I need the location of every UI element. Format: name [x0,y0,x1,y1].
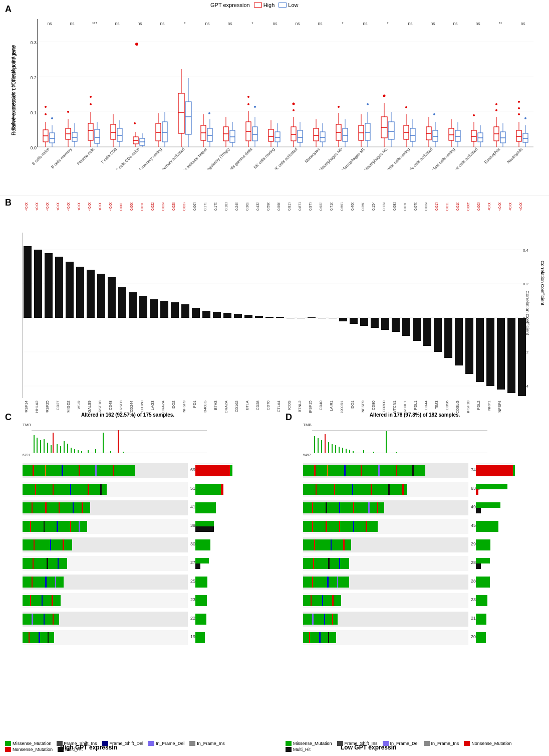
svg-rect-482 [73,502,74,513]
svg-rect-604 [312,521,313,532]
svg-text:121: 121 [230,461,235,462]
svg-text:0.024: 0.024 [161,203,165,211]
svg-rect-597 [312,502,313,513]
svg-rect-146 [320,132,325,142]
svg-rect-620 [337,577,338,588]
svg-text:LAG3: LAG3 [150,401,155,410]
svg-rect-419 [51,445,52,453]
svg-text:Macrophages M0: Macrophages M0 [318,147,343,169]
svg-rect-100 [207,128,212,141]
svg-rect-414 [34,435,35,453]
svg-rect-412 [32,430,207,431]
svg-text:0.005: 0.005 [466,203,470,211]
svg-rect-348 [371,318,379,328]
svg-text:<0.001: <0.001 [25,203,28,211]
legend-multihit: Multi_Hit [58,747,83,752]
svg-rect-498 [23,577,64,588]
svg-text:<0.001: <0.001 [508,203,512,211]
svg-rect-119 [252,127,257,141]
legend: GPT expression High Low [210,2,298,8]
svg-text:NK cells activated: NK cells activated [272,147,298,169]
svg-text:134: 134 [507,461,514,462]
svg-rect-195 [449,128,454,140]
svg-text:CD44: CD44 [424,401,428,410]
mutation-legend-d: Missense_Mutation Frame_Shift_Ins In_Fra… [286,741,536,752]
svg-rect-647 [476,595,487,606]
svg-text:ns: ns [408,21,413,26]
svg-text:Macrophages M1: Macrophages M1 [341,147,366,169]
svg-text:0.010: 0.010 [140,203,144,211]
svg-rect-431 [103,433,104,453]
svg-rect-199 [455,130,460,141]
svg-point-167 [367,103,369,105]
svg-rect-354 [434,318,442,352]
svg-point-117 [247,103,249,105]
svg-rect-590 [316,484,317,495]
svg-text:<0.001: <0.001 [519,203,522,211]
svg-rect-583 [327,465,328,476]
svg-rect-413 [32,453,207,453]
svg-rect-182 [410,128,415,141]
svg-text:0.175: 0.175 [214,203,217,211]
svg-rect-538 [325,434,326,453]
svg-text:*: * [387,21,389,26]
svg-rect-593 [371,484,372,495]
svg-text:ns: ns [48,21,52,26]
svg-rect-321 [87,270,95,318]
svg-rect-619 [327,577,329,588]
svg-rect-586 [378,465,380,476]
svg-text:<0.001: <0.001 [67,203,70,211]
svg-rect-491 [34,539,35,550]
svg-rect-432 [110,451,111,453]
svg-text:Plasma cells: Plasma cells [76,147,95,166]
panel-c-label: C [5,412,12,423]
svg-rect-627 [324,614,325,625]
svg-rect-337 [255,316,263,318]
svg-text:0.013: 0.013 [445,203,449,211]
svg-rect-522 [195,521,214,526]
svg-text:0.250: 0.250 [361,203,365,211]
svg-rect-535 [314,436,315,453]
panel-d-title: Altered in 178 (97.8%) of 182 samples. [370,412,460,418]
svg-text:<0.001: <0.001 [109,203,112,211]
svg-rect-504 [42,595,43,606]
svg-point-181 [405,106,407,108]
svg-text:CD244: CD244 [129,401,134,412]
svg-text:0.1: 0.1 [30,110,37,115]
svg-rect-487 [57,521,58,532]
d-nonsense-label: Nonsense_Mutation [471,741,511,746]
tmb-chart-d: TMB 5497 [303,420,503,460]
svg-rect-646 [476,577,490,588]
svg-rect-588 [412,465,414,476]
svg-rect-499 [32,577,33,588]
svg-text:0.3: 0.3 [30,40,37,45]
svg-text:CD27: CD27 [56,401,60,410]
svg-rect-616 [339,558,340,569]
svg-rect-62 [111,124,116,139]
inframe-del-label: In_Frame_Del [156,741,184,746]
inframe-del-swatch [148,741,154,746]
sample-count-c: 0 121 [193,461,235,657]
svg-text:Mast cells resting: Mast cells resting [431,147,456,169]
svg-rect-542 [339,447,340,453]
legend-d-nonsense: Nonsense_Mutation [464,741,511,746]
svg-text:0.181: 0.181 [224,203,228,211]
svg-rect-641 [476,508,481,513]
svg-rect-513 [48,632,49,643]
svg-rect-600 [353,502,354,513]
svg-text:0.022: 0.022 [151,203,154,211]
svg-rect-88 [178,93,184,133]
svg-rect-142 [314,128,319,141]
svg-rect-528 [195,595,207,606]
svg-rect-427 [78,450,79,453]
svg-rect-545 [349,450,350,453]
svg-text:0.923: 0.923 [319,203,323,211]
multihit-swatch [58,747,64,752]
svg-rect-325 [129,292,137,318]
svg-rect-534 [312,453,487,453]
panel-a-chart: 0.0 0.1 0.2 0.3 ns ns *** ns ns ns * ns … [28,14,538,169]
panel-b-chart: <0.001 <0.001 <0.001 <0.001 <0.001 <0.00… [20,203,531,413]
svg-rect-611 [331,539,332,550]
svg-rect-351 [402,318,410,336]
svg-rect-594 [388,484,390,495]
